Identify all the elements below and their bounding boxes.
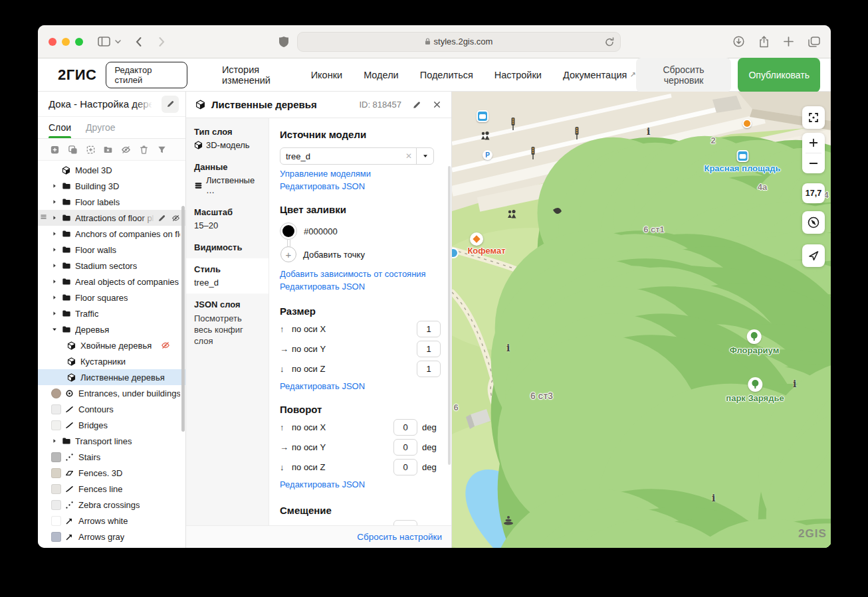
expand-icon[interactable] <box>51 183 62 189</box>
layer-row-trees-group[interactable]: Деревья <box>38 321 185 337</box>
layer-row-arrows-gray[interactable]: Arrows gray <box>38 529 185 545</box>
layer-row-transport-lines[interactable]: Transport lines <box>38 433 185 449</box>
expand-icon[interactable] <box>51 214 62 221</box>
zoom-window-button[interactable] <box>75 38 83 46</box>
duplicate-layer-icon[interactable] <box>68 145 78 155</box>
layer-row-floor-walls[interactable]: Floor walls <box>38 242 185 258</box>
layer-color-swatch[interactable] <box>51 404 61 414</box>
zoom-level-indicator[interactable]: 17,7 <box>802 183 825 203</box>
bus-stop-icon[interactable] <box>477 110 488 122</box>
dropdown-button[interactable] <box>416 148 433 164</box>
layer-row-building-3d[interactable]: Building 3D <box>38 178 185 194</box>
add-layer-icon[interactable] <box>50 145 60 155</box>
layer-row-traffic[interactable]: Traffic <box>38 305 185 321</box>
nav-history[interactable]: История изменений <box>222 64 290 86</box>
layer-row-model-3d[interactable]: Model 3D <box>38 162 185 178</box>
sidebar-toggle-icon[interactable] <box>98 37 110 46</box>
layer-row-fences-3d[interactable]: Fences. 3D <box>38 465 185 481</box>
kofemat-pin-icon[interactable] <box>470 232 483 246</box>
expand-icon[interactable] <box>51 262 62 269</box>
edit-title-button[interactable] <box>162 96 179 113</box>
add-state-dependency-link[interactable]: Добавить зависимость от состояния <box>280 269 441 280</box>
layer-color-swatch[interactable] <box>51 468 61 478</box>
reset-draft-button[interactable]: Сбросить черновик <box>636 58 732 92</box>
size-y-input[interactable] <box>417 341 441 357</box>
map-label-red-square[interactable]: Красная площадь <box>704 150 780 173</box>
publish-button[interactable]: Опубликовать <box>738 58 820 92</box>
expand-icon[interactable] <box>51 278 62 285</box>
fullscreen-button[interactable] <box>802 106 825 129</box>
chevron-down-icon[interactable] <box>114 39 122 44</box>
url-bar[interactable]: styles.2gis.com <box>297 32 621 52</box>
nav-models[interactable]: Модели <box>364 64 399 86</box>
layer-row-coniferous-trees[interactable]: Хвойные деревья <box>38 337 185 353</box>
section-data[interactable]: Данные Лиственные … <box>186 156 269 201</box>
drag-handle-icon[interactable] <box>39 213 48 223</box>
layer-row-deciduous-trees[interactable]: Лиственные деревья <box>38 369 185 385</box>
layer-row-anchors[interactable]: Anchors of companies on flo <box>38 226 185 242</box>
layer-color-swatch[interactable] <box>51 532 61 542</box>
sidebar-scrollbar[interactable] <box>181 206 185 432</box>
map-label-kofemat[interactable]: Кофемат <box>467 246 505 256</box>
layer-row-fences-line[interactable]: Fences line <box>38 481 185 497</box>
layer-row-floor-squares[interactable]: Floor squares <box>38 290 185 305</box>
nav-icons[interactable]: Иконки <box>311 64 342 86</box>
expand-icon[interactable] <box>51 294 62 301</box>
compass-button[interactable] <box>802 211 825 234</box>
minimize-window-button[interactable] <box>62 38 70 46</box>
layer-row-stairs[interactable]: Stairs <box>38 449 185 465</box>
layer-color-swatch[interactable] <box>51 388 61 398</box>
hide-layer-icon[interactable] <box>121 145 131 155</box>
hide-layer-icon[interactable] <box>171 214 180 222</box>
map-canvas[interactable]: P Красная площадь Кофемат Флорариум парк… <box>452 92 831 548</box>
new-tab-icon[interactable] <box>784 37 794 46</box>
reset-settings-link[interactable]: Сбросить настройки <box>357 532 442 542</box>
back-button[interactable] <box>135 37 142 47</box>
tab-other[interactable]: Другое <box>86 117 115 138</box>
layer-row-shrubs[interactable]: Кустарники <box>38 353 185 369</box>
privacy-shield-icon[interactable] <box>278 36 289 48</box>
info-poi-icon[interactable]: i <box>647 126 650 137</box>
rename-layer-icon[interactable] <box>158 214 166 222</box>
delete-layer-icon[interactable] <box>139 145 149 155</box>
rotation-z-input[interactable] <box>393 459 417 475</box>
model-source-select[interactable]: ✕ <box>280 147 434 165</box>
fill-color-swatch[interactable] <box>280 222 297 240</box>
rotation-x-input[interactable] <box>393 419 417 436</box>
shop-poi-icon[interactable] <box>742 119 752 128</box>
layer-row-stadium-sectors[interactable]: Stadium sectors <box>38 258 185 274</box>
hidden-layer-icon[interactable] <box>161 341 170 350</box>
layer-row-zebra-crossings[interactable]: Zebra crossings <box>38 497 185 513</box>
group-layers-icon[interactable] <box>86 145 96 155</box>
collapse-icon[interactable] <box>51 326 62 333</box>
layer-row-arrows-white[interactable]: Arrows white <box>38 513 185 529</box>
section-layer-json[interactable]: JSON слоя Посмотреть весь конфиг слоя <box>186 294 269 353</box>
expand-icon[interactable] <box>51 199 62 205</box>
expand-icon[interactable] <box>51 230 62 237</box>
nav-settings[interactable]: Настройки <box>494 64 542 86</box>
close-panel-button[interactable] <box>432 100 442 110</box>
zoom-in-button[interactable] <box>802 133 825 153</box>
zoom-out-button[interactable] <box>802 153 825 173</box>
layer-row-bridges[interactable]: Bridges <box>38 417 185 433</box>
expand-icon[interactable] <box>51 246 62 253</box>
info-poi-icon[interactable]: i <box>712 493 715 503</box>
tab-overview-icon[interactable] <box>808 37 820 47</box>
panel-scrollbar[interactable] <box>448 166 451 465</box>
rename-layer-button[interactable] <box>412 100 421 110</box>
section-layer-type[interactable]: Тип слоя 3D-модель <box>186 121 269 156</box>
downloads-icon[interactable] <box>733 36 744 47</box>
layer-color-swatch[interactable] <box>51 500 61 510</box>
tab-layers[interactable]: Слои <box>49 117 71 138</box>
nav-share[interactable]: Поделиться <box>420 64 473 86</box>
model-source-input[interactable] <box>280 151 401 161</box>
layer-row-attractions[interactable]: Attractions of floor pl <box>38 210 185 226</box>
forward-button[interactable] <box>158 37 165 47</box>
layer-row-entrances[interactable]: Entrances, under buildings <box>38 385 185 401</box>
map-label-florarium[interactable]: Флорариум <box>730 329 780 355</box>
layer-color-swatch[interactable] <box>51 484 61 494</box>
info-poi-icon[interactable]: i <box>506 343 510 353</box>
layer-color-swatch[interactable] <box>51 452 61 462</box>
layer-row-contours[interactable]: Contours <box>38 401 185 417</box>
parking-icon[interactable]: P <box>483 150 492 160</box>
